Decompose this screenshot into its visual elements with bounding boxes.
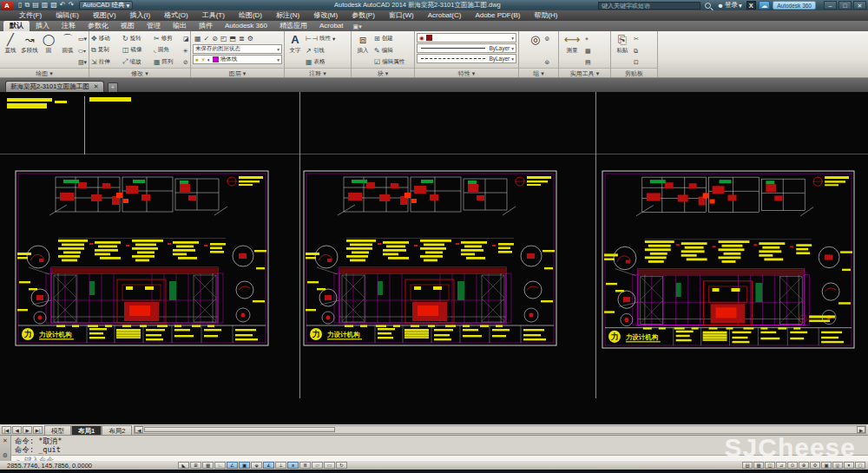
ribbon-expand-icon[interactable]: ▣▾: [350, 23, 365, 31]
layer-state-dropdown[interactable]: 未保存的图层状态▾: [193, 44, 282, 54]
circle-tool-button[interactable]: ◯圆: [40, 33, 57, 68]
transparency-toggle[interactable]: ▱: [312, 462, 323, 469]
dynamic-input-toggle[interactable]: ≡: [287, 462, 299, 469]
autodesk-360-cloud-icon[interactable]: ☁: [759, 1, 771, 10]
command-window-handle[interactable]: ✕ ⚙: [0, 436, 11, 461]
panel-label-group[interactable]: 组 ▾: [519, 68, 558, 77]
explode-tool-button[interactable]: ✳: [183, 47, 189, 55]
insert-block-button[interactable]: ⧈ 插入: [353, 33, 372, 68]
object-color-dropdown[interactable]: ◉ ▾: [417, 33, 516, 43]
ribbon-tab-插件[interactable]: 插件: [193, 21, 219, 31]
menu-item-6[interactable]: 绘图(D): [232, 10, 269, 21]
rectangle-tool-button[interactable]: ▭▾: [78, 35, 87, 43]
menu-item-0[interactable]: 文件(F): [12, 10, 49, 21]
layout-tab-布局1[interactable]: 布局1: [71, 425, 102, 435]
table-button[interactable]: ▦表格: [306, 58, 344, 66]
stretch-tool-button[interactable]: ⇲拉伸: [91, 57, 119, 66]
layer-freeze-icon[interactable]: ⬒: [230, 35, 237, 43]
text-tool-button[interactable]: A 文字: [286, 33, 304, 68]
menu-item-2[interactable]: 视图(V): [86, 10, 123, 21]
menu-item-12[interactable]: Adobe PDF(B): [468, 10, 527, 21]
layer-isolate-icon[interactable]: ◰: [220, 35, 227, 43]
ribbon-tab-输出[interactable]: 输出: [167, 21, 193, 31]
menu-item-8[interactable]: 修改(M): [306, 10, 345, 21]
panel-label-clipboard[interactable]: 剪贴板: [611, 68, 657, 77]
object-snap-tracking-toggle[interactable]: ∡: [263, 462, 274, 469]
redo-icon[interactable]: ↷: [69, 1, 75, 10]
copy-tool-button[interactable]: ⧉复制: [91, 46, 119, 55]
restore-button[interactable]: □: [838, 1, 852, 10]
panel-label-utilities[interactable]: 实用工具 ▾: [559, 68, 610, 77]
layout-tab-布局2[interactable]: 布局2: [102, 425, 132, 435]
layout-nav-1[interactable]: ◀: [12, 426, 22, 434]
ungroup-button[interactable]: ⊚: [545, 35, 550, 43]
clean-screen-button[interactable]: ◻: [855, 462, 865, 469]
offset-tool-button[interactable]: ⊘: [183, 58, 189, 66]
scrollbar-thumb[interactable]: [144, 427, 335, 432]
fillet-tool-button[interactable]: ◟圆角: [154, 46, 181, 55]
menu-item-5[interactable]: 工具(T): [195, 10, 232, 21]
close-button[interactable]: ✕: [853, 1, 866, 10]
new-file-icon[interactable]: ▯: [18, 1, 22, 10]
exchange-apps-icon[interactable]: X: [746, 1, 756, 10]
panel-label-block[interactable]: 块 ▾: [352, 68, 414, 77]
rotate-tool-button[interactable]: ↻旋转: [122, 35, 150, 43]
id-point-button[interactable]: ⌖: [585, 35, 591, 43]
copy-clip-button[interactable]: ⧉: [634, 47, 639, 55]
layer-off-icon[interactable]: ⊘: [212, 35, 218, 43]
ribbon-tab-视图[interactable]: 视图: [115, 21, 141, 31]
layer-properties-icon[interactable]: ▦: [194, 35, 201, 43]
layout-nav-0[interactable]: |◀: [2, 426, 11, 434]
workspace-dropdown[interactable]: AutoCAD 经典 ▾: [79, 1, 133, 10]
search-icon[interactable]: [703, 1, 713, 10]
line-tool-button[interactable]: ╱直线: [2, 33, 19, 68]
polar-tracking-toggle[interactable]: ∠: [227, 462, 238, 469]
layout-tab-模型[interactable]: 模型: [44, 425, 71, 435]
layer-settings-icon[interactable]: ⚙: [247, 35, 253, 43]
sign-in-button[interactable]: ☻ 登录 ▾: [715, 1, 744, 10]
menu-item-4[interactable]: 格式(O): [157, 10, 195, 21]
linetype-dropdown[interactable]: ByLayer▾: [417, 54, 516, 63]
application-menu-button[interactable]: A: [1, 1, 13, 10]
measure-button[interactable]: ⟷ 测量: [561, 33, 583, 68]
layer-lock-icon[interactable]: ≣: [239, 35, 245, 43]
autoscale-button[interactable]: ⊕: [799, 462, 809, 469]
panel-label-layers[interactable]: 图层 ▾: [191, 68, 284, 77]
ribbon-tab-Autodesk 360[interactable]: Autodesk 360: [219, 21, 273, 31]
create-block-button[interactable]: ⊞创建: [374, 35, 409, 43]
layer-match-icon[interactable]: ✓: [204, 35, 210, 43]
lineweight-dropdown[interactable]: ByLayer▾: [417, 43, 516, 53]
leader-button[interactable]: ↗引线: [306, 47, 344, 55]
arc-tool-button[interactable]: ⌒圆弧: [59, 33, 76, 68]
menu-item-13[interactable]: 帮助(H): [527, 10, 564, 21]
menu-item-1[interactable]: 编辑(E): [49, 10, 86, 21]
trim-tool-button[interactable]: ✂修剪: [154, 35, 181, 43]
annotation-scale-button[interactable]: ⊿: [776, 462, 786, 469]
ribbon-tab-管理[interactable]: 管理: [141, 21, 167, 31]
model-space-button[interactable]: ▤: [742, 462, 753, 469]
quick-view-drawings-button[interactable]: ◫: [765, 462, 775, 469]
open-file-icon[interactable]: ⧉: [24, 1, 30, 10]
mirror-tool-button[interactable]: ◫镜像: [122, 46, 150, 55]
erase-tool-button[interactable]: ◪: [183, 35, 189, 43]
workspace-switching-button[interactable]: ⚙: [810, 462, 820, 469]
menu-item-3[interactable]: 插入(I): [123, 10, 158, 21]
save-icon[interactable]: ▤: [32, 1, 39, 10]
selection-cycling-toggle[interactable]: ↻: [336, 462, 347, 469]
annotation-visibility-button[interactable]: ⊙: [787, 462, 798, 469]
edit-attributes-button[interactable]: ☑编辑属性: [374, 58, 409, 66]
ribbon-tab-Acrobat[interactable]: Acrobat: [313, 21, 350, 31]
status-menu-button[interactable]: ▾: [844, 462, 854, 469]
group-edit-button[interactable]: ⊜: [545, 58, 550, 66]
ellipse-tool-button[interactable]: ⬭▾: [78, 47, 87, 55]
layout-nav-3[interactable]: ▶|: [33, 426, 43, 434]
menu-item-11[interactable]: Acrobat(C): [421, 10, 469, 21]
ribbon-tab-默认[interactable]: 默认: [3, 21, 30, 31]
ribbon-tab-注释[interactable]: 注释: [56, 21, 82, 31]
quick-calc-button[interactable]: ▤: [585, 58, 591, 66]
toolbar-lock-button[interactable]: ▣: [821, 462, 832, 469]
ribbon-tab-参数化[interactable]: 参数化: [82, 21, 115, 31]
close-icon[interactable]: ✕: [3, 437, 8, 444]
edit-block-button[interactable]: ✎编辑: [374, 47, 409, 55]
layout-nav-2[interactable]: ▶: [23, 426, 32, 434]
